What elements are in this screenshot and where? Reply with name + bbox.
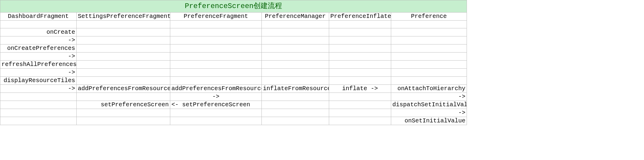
table-row: setPreferenceScreen <- setPreferenceScre… [0, 101, 467, 109]
header-row: DashboardFragment SettingsPreferenceFrag… [0, 13, 467, 21]
cell: inflateFromResource -> [262, 85, 329, 93]
cell [262, 109, 329, 117]
cell [77, 93, 170, 101]
cell [0, 109, 77, 117]
table-row: -> [0, 53, 467, 61]
cell [262, 36, 329, 44]
cell: -> [0, 36, 77, 44]
cell [329, 28, 391, 36]
cell [262, 77, 329, 85]
table-row: -> -> [0, 93, 467, 101]
cell [262, 21, 329, 28]
table-row: refreshAllPreferences [0, 61, 467, 69]
table-row: displayResourceTiles [0, 77, 467, 85]
cell [77, 44, 170, 53]
cell [77, 28, 170, 36]
cell [329, 93, 391, 101]
cell [262, 44, 329, 53]
cell: addPreferencesFromResource -> [77, 85, 170, 93]
cell: onCreatePreferences [0, 44, 77, 53]
table-row [0, 21, 467, 28]
cell: -> [391, 109, 467, 117]
table-row: onCreatePreferences [0, 44, 467, 53]
page-title: PreferenceScreen创建流程 [0, 0, 467, 13]
cell [77, 61, 170, 69]
cell [391, 21, 467, 28]
cell [170, 21, 262, 28]
cell [329, 77, 391, 85]
cell [391, 28, 467, 36]
cell [262, 28, 329, 36]
cell [170, 77, 262, 85]
col-header-dashboardfragment: DashboardFragment [0, 13, 77, 21]
cell [391, 53, 467, 61]
cell: refreshAllPreferences [0, 61, 77, 69]
cell: -> [170, 93, 262, 101]
cell [391, 77, 467, 85]
table-row: -> [0, 109, 467, 117]
cell [77, 36, 170, 44]
cell [170, 53, 262, 61]
cell [329, 61, 391, 69]
cell [0, 93, 77, 101]
cell [329, 109, 391, 117]
cell: -> [0, 53, 77, 61]
cell [170, 28, 262, 36]
cell [391, 69, 467, 77]
cell [262, 61, 329, 69]
cell: -> [0, 69, 77, 77]
col-header-preferenceinflater: PreferenceInflater [329, 13, 391, 21]
table-row: -> [0, 36, 467, 44]
col-header-preferencefragment: PreferenceFragment [170, 13, 262, 21]
cell [170, 44, 262, 53]
table-row: -> [0, 69, 467, 77]
col-header-settingspreferencefragment: SettingsPreferenceFragment [77, 13, 170, 21]
cell [329, 36, 391, 44]
cell [170, 109, 262, 117]
cell [77, 69, 170, 77]
cell [77, 21, 170, 28]
cell [391, 44, 467, 53]
cell [170, 69, 262, 77]
cell: inflate -> [329, 85, 391, 93]
table-row: -> addPreferencesFromResource -> addPref… [0, 85, 467, 93]
cell: displayResourceTiles [0, 77, 77, 85]
cell [262, 117, 329, 125]
cell [329, 21, 391, 28]
col-header-preferencemanager: PreferenceManager [262, 13, 329, 21]
cell [170, 61, 262, 69]
cell [262, 69, 329, 77]
cell [329, 117, 391, 125]
title-row: PreferenceScreen创建流程 [0, 0, 467, 13]
cell [77, 109, 170, 117]
cell [77, 117, 170, 125]
cell [0, 117, 77, 125]
cell [77, 53, 170, 61]
col-header-preference: Preference [391, 13, 467, 21]
cell [170, 36, 262, 44]
cell: setPreferenceScreen [77, 101, 170, 109]
table-row: onSetInitialValue [0, 117, 467, 125]
cell [329, 53, 391, 61]
cell [329, 69, 391, 77]
cell [329, 101, 391, 109]
cell [77, 77, 170, 85]
cell: addPreferencesFromResource -> [170, 85, 262, 93]
cell: onCreate [0, 28, 77, 36]
cell: -> [391, 93, 467, 101]
cell: dispatchSetInitialValue [391, 101, 467, 109]
cell: -> [0, 85, 77, 93]
cell: onSetInitialValue [391, 117, 467, 125]
table-row: onCreate [0, 28, 467, 36]
cell [391, 61, 467, 69]
cell [170, 117, 262, 125]
cell: onAttachToHierarchy [391, 85, 467, 93]
cell [262, 101, 329, 109]
cell: <- setPreferenceScreen [170, 101, 262, 109]
cell [391, 36, 467, 44]
cell [329, 44, 391, 53]
cell [262, 93, 329, 101]
cell [0, 101, 77, 109]
flow-table: PreferenceScreen创建流程 DashboardFragment S… [0, 0, 467, 125]
cell [0, 21, 77, 28]
